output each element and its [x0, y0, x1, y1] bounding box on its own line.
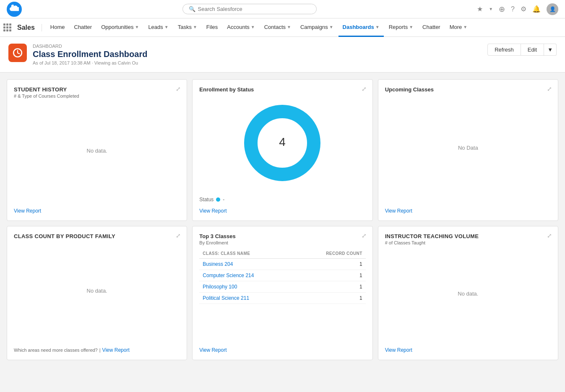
- app-name: Sales: [14, 24, 42, 31]
- class-count-view-report[interactable]: View Report: [102, 347, 130, 353]
- chevron-more: ▼: [463, 25, 467, 29]
- instructor-volume-view-report[interactable]: View Report: [385, 347, 412, 353]
- dashboard-breadcrumb: DASHBOARD: [33, 44, 147, 49]
- class-name-cell[interactable]: Business 204: [199, 259, 294, 270]
- chevron-down-icon[interactable]: ▼: [489, 7, 493, 11]
- instructor-expand-icon[interactable]: ⤢: [547, 232, 552, 239]
- legend-item-label: -: [223, 197, 224, 202]
- nav-item-accounts[interactable]: Accounts ▼: [223, 18, 259, 37]
- class-count-separator: |: [99, 348, 101, 353]
- chevron-accounts: ▼: [251, 25, 255, 29]
- chevron-campaigns: ▼: [329, 25, 333, 29]
- chevron-opportunities: ▼: [135, 25, 139, 29]
- edit-button[interactable]: Edit: [521, 44, 544, 56]
- donut-chart: 4: [240, 101, 324, 185]
- plus-icon[interactable]: ⊕: [499, 5, 505, 14]
- instructor-volume-no-data: No data.: [385, 245, 551, 342]
- table-row: Political Science 211 1: [199, 293, 365, 304]
- widget-instructor-volume: Instructor Teaching Volume # of Classes …: [378, 226, 558, 360]
- nav-item-leads[interactable]: Leads ▼: [144, 18, 172, 37]
- student-history-title: STUDENT HISTORY: [14, 86, 180, 93]
- instructor-volume-subtitle: # of Classes Taught: [385, 240, 551, 245]
- nav-item-campaigns[interactable]: Campaigns ▼: [296, 18, 338, 37]
- search-bar[interactable]: 🔍: [182, 4, 317, 14]
- upcoming-classes-title: Upcoming Classes: [385, 86, 551, 93]
- nav-item-contacts[interactable]: Contacts ▼: [260, 18, 295, 37]
- nav-item-files[interactable]: Files: [202, 18, 222, 37]
- bell-icon[interactable]: 🔔: [532, 5, 541, 13]
- record-count-cell: 1: [295, 259, 366, 270]
- settings-icon[interactable]: ⚙: [521, 5, 526, 13]
- nav-item-more[interactable]: More ▼: [445, 18, 472, 37]
- top3-view-report[interactable]: View Report: [199, 347, 227, 353]
- upcoming-classes-no-data: No Data: [385, 93, 551, 202]
- class-count-title: Class Count by Product Family: [14, 233, 180, 239]
- utility-bar-right: ★ ▼ ⊕ ? ⚙ 🔔 👤: [477, 3, 558, 15]
- top3-subtitle: By Enrollment: [199, 240, 365, 245]
- dashboard-header: DASHBOARD Class Enrollment Dashboard As …: [0, 37, 565, 73]
- top3-table: CLASS: CLASS NAME RECORD COUNT Business …: [199, 249, 365, 304]
- enrollment-status-view-report[interactable]: View Report: [199, 208, 227, 214]
- search-input[interactable]: [198, 6, 310, 12]
- app-launcher-icon[interactable]: [3, 23, 11, 31]
- donut-value: 4: [279, 135, 286, 148]
- enrollment-expand-icon[interactable]: ⤢: [362, 86, 367, 92]
- chevron-contacts: ▼: [287, 25, 291, 29]
- nav-item-chatter-2[interactable]: Chatter: [418, 18, 445, 37]
- chevron-tasks: ▼: [193, 25, 197, 29]
- nav-item-opportunities[interactable]: Opportunities ▼: [97, 18, 143, 37]
- top3-col2-header: RECORD COUNT: [295, 249, 366, 259]
- nav-item-dashboards[interactable]: Dashboards ▼: [338, 18, 384, 37]
- class-count-expand-icon[interactable]: ⤢: [176, 232, 181, 239]
- class-name-cell[interactable]: Philosophy 100: [199, 281, 294, 293]
- widget-class-count: Class Count by Product Family ⤢ No data.…: [7, 226, 187, 360]
- edit-dropdown-button[interactable]: ▼: [544, 44, 557, 56]
- student-history-expand-icon[interactable]: ⤢: [176, 86, 181, 92]
- nav-item-home[interactable]: Home: [46, 18, 69, 37]
- student-history-footer: View Report: [14, 202, 180, 214]
- widget-top3-classes: Top 3 Classes By Enrollment ⤢ CLASS: CLA…: [192, 226, 372, 360]
- refresh-button[interactable]: Refresh: [487, 44, 521, 56]
- student-history-view-report[interactable]: View Report: [14, 208, 41, 214]
- dashboard-grid: STUDENT HISTORY # & Type of Courses Comp…: [0, 73, 565, 367]
- student-history-subtitle: # & Type of Courses Completed: [14, 93, 180, 99]
- chevron-dashboards: ▼: [375, 25, 380, 29]
- upcoming-expand-icon[interactable]: ⤢: [547, 86, 552, 92]
- dashboard-title: Class Enrollment Dashboard: [33, 49, 147, 59]
- enrollment-status-title: Enrollment by Status: [199, 86, 365, 93]
- utility-bar-left: [7, 2, 22, 17]
- instructor-volume-footer: View Report: [385, 342, 551, 353]
- dashboard-text: DASHBOARD Class Enrollment Dashboard As …: [33, 44, 147, 65]
- chevron-reports: ▼: [409, 25, 413, 29]
- record-count-cell: 1: [295, 281, 366, 293]
- help-icon[interactable]: ?: [511, 5, 515, 13]
- enrollment-status-footer: View Report: [199, 202, 365, 214]
- table-row: Computer Science 214 1: [199, 270, 365, 281]
- class-name-cell[interactable]: Political Science 211: [199, 293, 294, 304]
- top3-expand-icon[interactable]: ⤢: [362, 232, 367, 239]
- legend-status-label: Status: [199, 197, 214, 202]
- upcoming-classes-footer: View Report: [385, 202, 551, 214]
- star-icon[interactable]: ★: [477, 5, 483, 13]
- nav-item-reports[interactable]: Reports ▼: [385, 18, 417, 37]
- top3-title: Top 3 Classes: [199, 233, 365, 239]
- donut-legend: Status -: [199, 197, 365, 202]
- salesforce-logo[interactable]: [7, 2, 22, 17]
- avatar[interactable]: 👤: [547, 3, 558, 15]
- class-count-no-data: No data.: [14, 239, 180, 342]
- nav-bar: Sales Home Chatter Opportunities ▼ Leads…: [0, 18, 565, 37]
- utility-bar: 🔍 ★ ▼ ⊕ ? ⚙ 🔔 👤: [0, 0, 565, 18]
- search-icon: 🔍: [189, 6, 195, 12]
- chevron-leads: ▼: [164, 25, 169, 29]
- nav-item-chatter-1[interactable]: Chatter: [70, 18, 96, 37]
- nav-item-tasks[interactable]: Tasks ▼: [174, 18, 201, 37]
- class-count-footer: Which areas need more classes offered? |…: [14, 342, 180, 353]
- widget-student-history: STUDENT HISTORY # & Type of Courses Comp…: [7, 79, 187, 221]
- class-name-cell[interactable]: Computer Science 214: [199, 270, 294, 281]
- upcoming-classes-view-report[interactable]: View Report: [385, 208, 412, 214]
- donut-container: 4: [199, 93, 365, 193]
- top3-footer: View Report: [199, 342, 365, 353]
- student-history-no-data: No data.: [14, 99, 180, 202]
- instructor-volume-title: Instructor Teaching Volume: [385, 233, 551, 239]
- legend-dot: [216, 197, 220, 202]
